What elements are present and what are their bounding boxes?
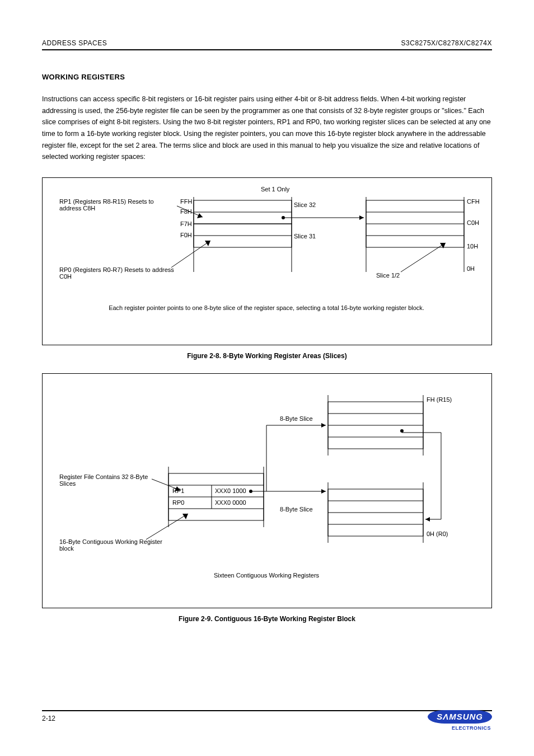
svg-point-41 [249, 490, 252, 493]
fig1-note: Each register pointer points to one 8-by… [59, 304, 474, 311]
page-footer: 2-12 [42, 710, 492, 722]
fig2-rp1-label: RP1 [172, 487, 184, 494]
fig1-slice12: Slice 1/2 [376, 272, 400, 279]
body-paragraph: Instructions can access specific 8-bit r… [42, 93, 492, 163]
fig2-rp0-label: RP0 [172, 499, 184, 506]
fig1-0h: 0H [467, 265, 475, 272]
svg-marker-45 [321, 423, 326, 428]
svg-marker-16 [197, 213, 203, 218]
fig2-rp0-side: Register File Contains 32 8-Byte Slices [59, 473, 154, 487]
fig1-10h: 10H [467, 243, 478, 250]
page-number: 2-12 [42, 715, 55, 722]
svg-marker-18 [205, 241, 210, 246]
fig2-8a: 8-Byte Slice [280, 415, 313, 422]
fig1-rp0-text: RP0 (Registers R0-R7) Resets to address … [59, 266, 177, 280]
fig1-slice32: Slice 32 [294, 201, 316, 208]
svg-line-54 [146, 514, 188, 539]
figure-8-box: Set 1 Only [42, 177, 492, 345]
section-title: WORKING REGISTERS [42, 73, 492, 81]
svg-marker-47 [321, 489, 326, 494]
samsung-logo-icon: SΛMSUNG [428, 710, 492, 724]
fig2-8b: 8-Byte Slice [280, 506, 313, 513]
fig1-rp1-text: RP1 (Registers R8-R15) Resets to address… [59, 198, 177, 212]
header-right: S3C8275X/C8278X/C8274X [401, 39, 492, 47]
fig1-c0h: C0H [467, 219, 479, 226]
electronics-label: ELECTRONICS [428, 725, 492, 731]
fig1-caption: Figure 2-8. 8-Byte Working Register Area… [42, 352, 492, 360]
fig1-f7h: F7H [180, 220, 192, 227]
svg-marker-51 [425, 517, 430, 522]
svg-marker-14 [359, 215, 364, 220]
fig1-f8h: F8H [180, 208, 192, 215]
fig2-left-top: FH (R15) [427, 396, 452, 403]
page-header: ADDRESS SPACES S3C8275X/C8278X/C8274X [42, 39, 492, 50]
brand-logo: SΛMSUNG ELECTRONICS [428, 710, 492, 731]
fig1-cfh: CFH [467, 198, 480, 205]
fig2-xxx0: XXX0 0000 [215, 499, 246, 506]
svg-point-27 [400, 429, 404, 433]
fig2-note: Sixteen Contiguous Working Registers [59, 572, 474, 579]
fig2-sixteen: 16-Byte Contiguous Working Register bloc… [59, 538, 166, 552]
fig2-caption: Figure 2-9. Contiguous 16-Byte Working R… [42, 615, 492, 623]
fig1-slice31: Slice 31 [294, 233, 316, 240]
header-left: ADDRESS SPACES [42, 39, 107, 47]
svg-line-17 [171, 241, 210, 267]
fig1-f0h: F0H [180, 232, 192, 238]
fig1-ffh: FFH [180, 198, 192, 205]
fig2-left-bot: 0H (R0) [427, 530, 448, 537]
svg-point-12 [282, 216, 285, 219]
fig2-xxx1: XXX0 1000 [215, 487, 246, 494]
figure-9-box: FH (R15) 0H (R0) Register File Contains … [42, 373, 492, 608]
